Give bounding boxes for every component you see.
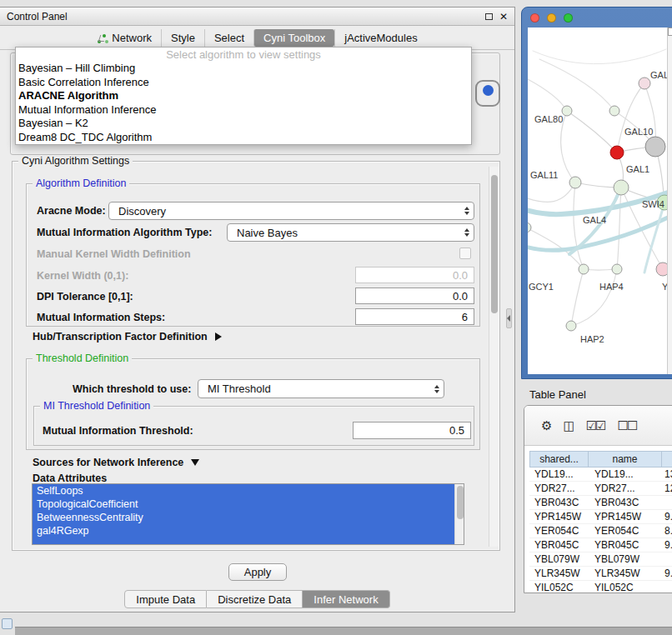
network-node[interactable] <box>639 78 650 89</box>
table-row[interactable]: YBL079WYBL079W <box>529 552 672 567</box>
cell: YLR345W <box>588 568 661 579</box>
aracne-mode-select[interactable]: Discovery <box>108 202 474 220</box>
algorithm-option-aracne-algorithm[interactable]: ARACNE Algorithm <box>16 89 471 103</box>
zoom-traffic-light[interactable] <box>564 13 573 22</box>
column-header-shared-[interactable]: shared... <box>529 451 588 468</box>
tab-select[interactable]: Select <box>204 29 253 47</box>
kernel-width-field[interactable]: 0.0 <box>355 267 474 283</box>
network-canvas[interactable]: GAL8GAL80GAL10GAL11GAL1SWI4GAL4GCY1HAP4Y… <box>528 28 672 374</box>
select-all-checks-icon[interactable]: ☑☑ <box>586 418 605 433</box>
mi-threshold-group-title: MI Threshold Definition <box>40 400 153 412</box>
network-edge <box>567 111 617 152</box>
tab-jactivemodules[interactable]: jActiveModules <box>334 29 426 47</box>
expand-arrow-icon <box>215 332 222 341</box>
cell: YBR045C <box>529 539 588 551</box>
network-node[interactable] <box>562 106 572 116</box>
table-row[interactable]: YBR043CYBR043C <box>529 496 672 510</box>
network-node[interactable] <box>614 180 629 195</box>
table-row[interactable]: YPR145WYPR145W9. <box>529 510 672 524</box>
mi-algorithm-type-select[interactable]: Naive Bayes <box>227 223 474 242</box>
clear-checks-icon[interactable]: ☐☐ <box>618 418 637 433</box>
table-row[interactable]: YBR045CYBR045C9. <box>529 538 672 552</box>
control-panel-tabs: NetworkStyleSelectCyni ToolboxjActiveMod… <box>0 27 514 49</box>
cell: YBR043C <box>588 497 661 508</box>
dpi-tolerance-field[interactable]: 0.0 <box>355 288 474 304</box>
table-panel-title: Table Panel <box>529 388 586 401</box>
close-traffic-light[interactable] <box>530 13 539 22</box>
tab-infer-network[interactable]: Infer Network <box>303 590 389 608</box>
network-node[interactable] <box>612 264 622 274</box>
tab-label: Select <box>214 32 244 44</box>
network-node[interactable] <box>566 321 576 331</box>
cell: YDR27... <box>529 482 588 494</box>
algorithm-option-bayesian-k2[interactable]: Bayesian – K2 <box>16 117 471 131</box>
attribute-item-betweennesscentrality[interactable]: BetweennessCentrality <box>33 511 454 524</box>
settings-gear-icon[interactable]: ⚙ <box>541 418 550 433</box>
tab-impute-data[interactable]: Impute Data <box>124 590 207 608</box>
close-icon[interactable]: ✕ <box>499 12 508 22</box>
panel-splitter-grip[interactable] <box>506 308 512 328</box>
minimize-traffic-light[interactable] <box>547 13 556 22</box>
attribute-item-selfloops[interactable]: SelfLoops <box>33 484 454 498</box>
attribute-item-topologicalcoefficient[interactable]: TopologicalCoefficient <box>33 498 454 511</box>
threshold-definition-group: Threshold Definition Which threshold to … <box>26 358 480 450</box>
network-node[interactable] <box>528 222 531 232</box>
network-scrollbar[interactable] <box>667 28 672 374</box>
network-node[interactable] <box>579 264 589 274</box>
mi-threshold-field[interactable]: 0.5 <box>353 422 471 439</box>
attributes-scrollbar[interactable] <box>454 484 464 544</box>
table-row[interactable]: YLR345WYLR345W9. <box>529 567 672 581</box>
node-label-gal1: GAL1 <box>626 164 649 174</box>
algorithm-definition-group: Algorithm Definition Aracne Mode: Discov… <box>26 183 480 327</box>
algorithm-option-mutual-information-inference[interactable]: Mutual Information Inference <box>16 103 471 118</box>
algorithm-option-bayesian-hill-climbing[interactable]: Bayesian – Hill Climbing <box>16 62 471 76</box>
scrollbar-button[interactable] <box>668 28 672 36</box>
tab-discretize-data[interactable]: Discretize Data <box>207 590 303 608</box>
network-node[interactable] <box>610 146 624 159</box>
cell: 13 <box>661 468 672 480</box>
tab-network[interactable]: Network <box>88 29 161 47</box>
control-panel-title: Control Panel <box>7 11 68 22</box>
tab-cyni-toolbox[interactable]: Cyni Toolbox <box>253 29 334 47</box>
scrollbar-thumb[interactable] <box>491 175 498 313</box>
network-node[interactable] <box>645 137 665 157</box>
hub-definition-toggle[interactable]: Hub/Transcription Factor Definition <box>33 331 222 342</box>
network-node[interactable] <box>569 177 581 188</box>
table-row[interactable]: YER054CYER054C8. <box>529 524 672 538</box>
table-row[interactable]: YDL19...YDL19...13 <box>529 468 672 482</box>
table-row[interactable]: YDR27...YDR27...12 <box>529 482 672 496</box>
manual-kernel-checkbox[interactable] <box>459 248 471 259</box>
column-header-cut[interactable] <box>661 451 672 468</box>
sources-toggle[interactable]: Sources for Network Inference <box>33 457 199 468</box>
algorithm-option-dream8-dc-tdc-algorithm[interactable]: Dream8 DC_TDC Algorithm <box>16 131 471 145</box>
tab-label: Style <box>171 32 195 44</box>
attribute-item-gal4rgexp[interactable]: gal4RGexp <box>33 524 454 538</box>
blue-dot-icon <box>483 85 494 96</box>
table-panel-window: ⚙◫☑☑☐☐ shared...name YDL19...YDL19...13Y… <box>524 405 672 593</box>
algorithm-definition-title: Algorithm Definition <box>33 178 129 189</box>
attribute-item-partial[interactable] <box>33 538 454 545</box>
mi-threshold-group: MI Threshold Definition Mutual Informati… <box>33 406 474 446</box>
which-threshold-select[interactable]: MI Threshold <box>198 379 444 398</box>
cell: YBR043C <box>529 497 588 508</box>
docked-panel-icon[interactable] <box>2 618 13 629</box>
node-label-gal10: GAL10 <box>624 127 653 137</box>
data-attributes-list[interactable]: SelfLoopsTopologicalCoefficientBetweenne… <box>32 483 464 545</box>
settings-scrollbar[interactable] <box>489 167 499 547</box>
scrollbar-thumb[interactable] <box>457 486 464 519</box>
apply-button[interactable]: Apply <box>228 563 287 581</box>
tab-style[interactable]: Style <box>161 29 204 47</box>
control-panel-window: Control Panel ✕ NetworkStyleSelectCyni T… <box>0 7 515 612</box>
mi-steps-field[interactable]: 6 <box>355 308 474 325</box>
table-row[interactable]: YIL052CYIL052C <box>529 581 672 593</box>
columns-icon[interactable]: ◫ <box>563 418 573 433</box>
network-edge <box>539 59 614 111</box>
mi-steps-label: Mutual Information Steps: <box>37 311 165 324</box>
table-header-row: shared...name <box>529 451 672 468</box>
column-header-name[interactable]: name <box>588 451 661 468</box>
cell: YBR045C <box>588 539 661 551</box>
network-graph: GAL8GAL80GAL10GAL11GAL1SWI4GAL4GCY1HAP4Y… <box>528 28 672 374</box>
float-panel-icon[interactable] <box>485 13 493 20</box>
algorithm-option-basic-correlation-inference[interactable]: Basic Correlation Inference <box>16 76 471 90</box>
network-node[interactable] <box>609 106 619 116</box>
